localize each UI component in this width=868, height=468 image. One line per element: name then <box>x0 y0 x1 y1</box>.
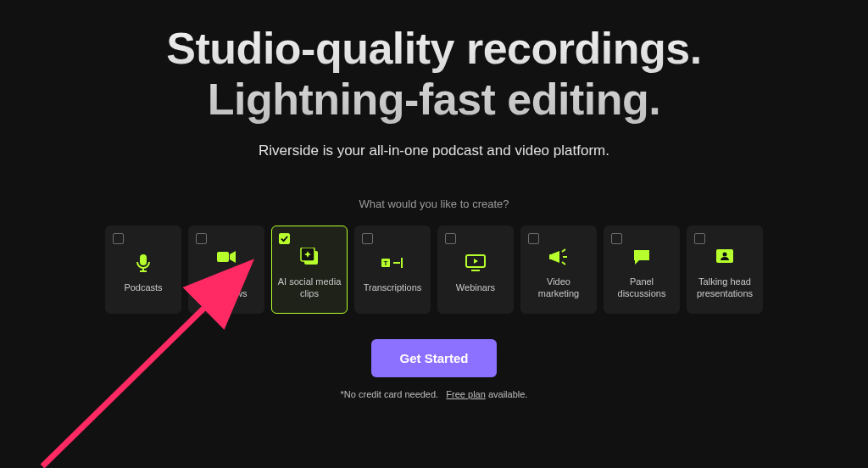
disclaimer-prefix: *No credit card needed. <box>341 389 439 399</box>
option-label: Panel discussions <box>608 276 676 300</box>
checkbox-icon <box>694 233 705 244</box>
option-label: Video marketing <box>525 276 593 300</box>
option-label: Podcasts <box>122 282 164 294</box>
checkbox-icon <box>611 233 622 244</box>
checkbox-icon <box>113 233 124 244</box>
options-row: PodcastsVideo interviewsAI social media … <box>0 226 868 314</box>
hero-title-line2: Lightning-fast editing. <box>208 75 660 124</box>
option-card-chat[interactable]: Panel discussions <box>604 226 680 314</box>
hero-title: Studio-quality recordings. Lightning-fas… <box>0 0 868 125</box>
mic-icon <box>132 252 154 274</box>
option-card-text-caret[interactable]: TTranscriptions <box>354 226 431 314</box>
svg-rect-3 <box>217 252 229 262</box>
svg-point-20 <box>723 252 727 256</box>
svg-line-16 <box>562 249 565 252</box>
svg-line-18 <box>562 262 565 265</box>
disclaimer-suffix: available. <box>486 389 528 399</box>
option-card-video[interactable]: Video interviews <box>188 226 264 314</box>
option-label: Transcriptions <box>362 282 424 294</box>
sparkle-clip-icon <box>298 246 320 268</box>
disclaimer: *No credit card needed. Free plan availa… <box>0 389 868 399</box>
create-prompt: What would you like to create? <box>0 198 868 210</box>
option-label: Video interviews <box>192 276 260 300</box>
megaphone-icon <box>548 246 570 268</box>
option-card-person-card[interactable]: Talking head presentations <box>687 226 763 314</box>
chat-icon <box>631 246 653 268</box>
svg-marker-14 <box>551 251 559 263</box>
hero-subtitle: Riverside is your all-in-one podcast and… <box>0 142 868 159</box>
hero-title-line1: Studio-quality recordings. <box>166 24 701 73</box>
option-card-megaphone[interactable]: Video marketing <box>520 226 597 314</box>
option-card-sparkle-clip[interactable]: AI social media clips <box>271 226 348 314</box>
svg-marker-4 <box>230 251 236 263</box>
checkbox-icon <box>445 233 456 244</box>
svg-marker-12 <box>474 259 478 264</box>
free-plan-link[interactable]: Free plan <box>446 389 485 399</box>
option-label: Talking head presentations <box>691 276 759 300</box>
svg-rect-15 <box>549 254 552 259</box>
person-card-icon <box>714 246 736 268</box>
checkbox-icon <box>362 233 373 244</box>
option-card-mic[interactable]: Podcasts <box>105 226 181 314</box>
checkbox-icon <box>196 233 207 244</box>
video-icon <box>215 246 237 268</box>
option-label: AI social media clips <box>275 276 343 300</box>
checkbox-icon <box>279 233 290 244</box>
get-started-button[interactable]: Get Started <box>371 339 498 377</box>
checkbox-icon <box>528 233 539 244</box>
svg-rect-0 <box>140 254 147 265</box>
option-card-screen[interactable]: Webinars <box>437 226 514 314</box>
screen-icon <box>465 252 487 274</box>
text-caret-icon: T <box>381 252 403 274</box>
option-label: Webinars <box>454 282 497 294</box>
svg-text:T: T <box>384 259 388 267</box>
